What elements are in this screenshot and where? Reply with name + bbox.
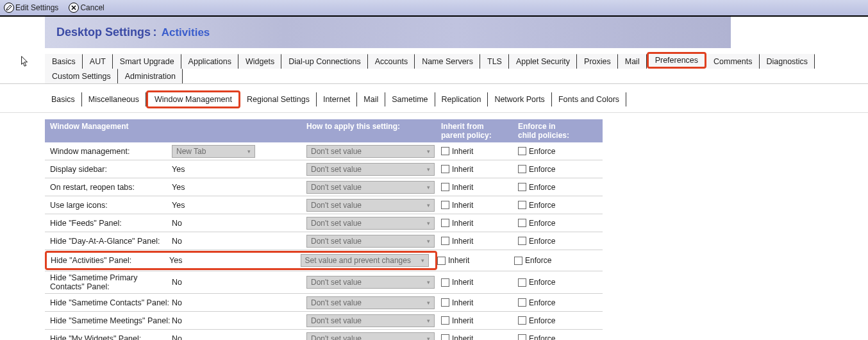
- chevron-down-icon: ▾: [427, 279, 430, 285]
- apply-dropdown[interactable]: Don't set value▾: [306, 296, 435, 309]
- table-row: Hide "Sametime Contacts" Panel:NoDon't s…: [45, 294, 603, 312]
- enforce-checkbox[interactable]: [518, 334, 526, 340]
- inherit-checkbox[interactable]: [441, 298, 449, 307]
- toolbar: Edit Settings Cancel: [0, 0, 868, 17]
- tab-mail[interactable]: Mail: [618, 54, 647, 69]
- apply-dropdown[interactable]: Don't set value▾: [306, 235, 435, 248]
- table-header: Window Management How to apply this sett…: [45, 119, 603, 142]
- edit-settings-button[interactable]: Edit Settings: [4, 3, 58, 13]
- inherit-checkbox[interactable]: [441, 183, 449, 191]
- inherit-checkbox[interactable]: [441, 165, 449, 173]
- apply-cell: Set value and prevent changes▾: [301, 254, 431, 267]
- apply-cell: Don't set value▾: [306, 163, 441, 176]
- tab-dial-up-connections[interactable]: Dial-up Connections: [281, 54, 368, 69]
- inherit-label: Inherit: [452, 219, 473, 228]
- tab-comments[interactable]: Comments: [706, 54, 759, 69]
- subtab-internet[interactable]: Internet: [317, 92, 357, 106]
- inherit-label: Inherit: [452, 147, 473, 156]
- subtab-mail[interactable]: Mail: [357, 92, 385, 106]
- inherit-label: Inherit: [452, 334, 473, 341]
- inherit-checkbox[interactable]: [441, 278, 449, 287]
- enforce-checkbox[interactable]: [518, 278, 526, 287]
- tab-custom-settings[interactable]: Custom Settings: [45, 69, 118, 83]
- enforce-checkbox[interactable]: [518, 237, 526, 245]
- apply-dropdown[interactable]: Don't set value▾: [306, 276, 435, 289]
- enforce-checkbox[interactable]: [514, 257, 522, 265]
- subtab-sametime[interactable]: Sametime: [385, 92, 435, 106]
- tab-diagnostics[interactable]: Diagnostics: [760, 54, 815, 69]
- subtab-basics[interactable]: Basics: [45, 92, 82, 106]
- enforce-label: Enforce: [529, 165, 555, 174]
- enforce-checkbox[interactable]: [518, 165, 526, 173]
- inherit-checkbox[interactable]: [441, 316, 449, 325]
- inherit-checkbox[interactable]: [441, 147, 449, 155]
- subtab-window-management[interactable]: Window Management: [146, 90, 240, 108]
- setting-label: Hide "Sametime Contacts" Panel:: [50, 298, 172, 307]
- tab-name-servers[interactable]: Name Servers: [415, 54, 480, 69]
- apply-dropdown[interactable]: Don't set value▾: [306, 163, 435, 176]
- settings-table: Window Management How to apply this sett…: [45, 119, 603, 340]
- inherit-checkbox[interactable]: [441, 334, 449, 340]
- setting-label: On restart, reopen tabs:: [50, 183, 172, 192]
- tab-administration[interactable]: Administration: [118, 69, 183, 83]
- inherit-label: Inherit: [452, 298, 473, 307]
- apply-dropdown[interactable]: Don't set value▾: [306, 199, 435, 212]
- table-row: On restart, reopen tabs:YesDon't set val…: [45, 178, 603, 196]
- tab-applet-security[interactable]: Applet Security: [509, 54, 577, 69]
- enforce-checkbox[interactable]: [518, 298, 526, 307]
- inherit-checkbox[interactable]: [441, 237, 449, 245]
- setting-value: Yes: [172, 183, 306, 192]
- apply-dropdown[interactable]: Don't set value▾: [306, 145, 435, 158]
- tab-aut[interactable]: AUT: [83, 54, 113, 69]
- apply-dropdown[interactable]: Don't set value▾: [306, 217, 435, 230]
- enforce-checkbox[interactable]: [518, 201, 526, 209]
- tab-tls[interactable]: TLS: [480, 54, 509, 69]
- inherit-cell: Inherit: [441, 278, 518, 287]
- subtab-miscellaneous[interactable]: Miscellaneous: [82, 92, 146, 106]
- tab-proxies[interactable]: Proxies: [577, 54, 618, 69]
- inherit-label: Inherit: [452, 237, 473, 246]
- inherit-label: Inherit: [452, 316, 473, 325]
- tab-preferences[interactable]: Preferences: [647, 52, 706, 69]
- enforce-cell: Enforce: [518, 165, 595, 174]
- close-icon: [69, 3, 79, 13]
- subtab-network-ports[interactable]: Network Ports: [488, 92, 552, 106]
- tab-basics[interactable]: Basics: [45, 54, 83, 69]
- apply-dropdown[interactable]: Set value and prevent changes▾: [301, 254, 429, 267]
- value-dropdown[interactable]: New Tab▾: [172, 145, 255, 158]
- table-row: Display sidebar:YesDon't set value▾Inher…: [45, 160, 603, 178]
- apply-dropdown[interactable]: Don't set value▾: [306, 332, 435, 341]
- setting-label: Window management:: [50, 147, 172, 156]
- inherit-checkbox[interactable]: [437, 257, 446, 265]
- enforce-checkbox[interactable]: [518, 147, 526, 155]
- subtab-fonts-and-colors[interactable]: Fonts and Colors: [552, 92, 626, 106]
- enforce-checkbox[interactable]: [518, 316, 526, 325]
- tab-widgets[interactable]: Widgets: [238, 54, 281, 69]
- cancel-button[interactable]: Cancel: [69, 3, 104, 13]
- enforce-checkbox[interactable]: [518, 183, 526, 191]
- apply-cell: Don't set value▾: [306, 199, 441, 212]
- header-enforce: Enforce in child policies:: [518, 122, 595, 140]
- tab-applications[interactable]: Applications: [181, 54, 238, 69]
- apply-dropdown[interactable]: Don't set value▾: [306, 181, 435, 194]
- inherit-label: Inherit: [452, 183, 473, 192]
- apply-dropdown[interactable]: Don't set value▾: [306, 314, 435, 327]
- cancel-label: Cancel: [80, 3, 104, 12]
- subtab-replication[interactable]: Replication: [435, 92, 488, 106]
- enforce-checkbox[interactable]: [518, 219, 526, 227]
- inherit-checkbox[interactable]: [441, 219, 449, 227]
- chevron-down-icon: ▾: [427, 318, 430, 324]
- page-title: Desktop Settings: [56, 26, 151, 38]
- chevron-down-icon: ▾: [421, 257, 424, 264]
- table-row: Hide "Feeds" Panel:NoDon't set value▾Inh…: [45, 214, 603, 232]
- tab-accounts[interactable]: Accounts: [368, 54, 415, 69]
- enforce-label: Enforce: [529, 183, 555, 192]
- enforce-label: Enforce: [529, 298, 555, 307]
- header-inherit: Inherit from parent policy:: [441, 122, 518, 140]
- subtab-regional-settings[interactable]: Regional Settings: [240, 92, 317, 106]
- tab-smart-upgrade[interactable]: Smart Upgrade: [113, 54, 181, 69]
- inherit-checkbox[interactable]: [441, 201, 449, 209]
- inherit-cell: Inherit: [441, 219, 518, 228]
- setting-label: Hide "Sametime Primary Contacts" Panel:: [50, 273, 172, 291]
- edit-settings-label: Edit Settings: [15, 3, 58, 12]
